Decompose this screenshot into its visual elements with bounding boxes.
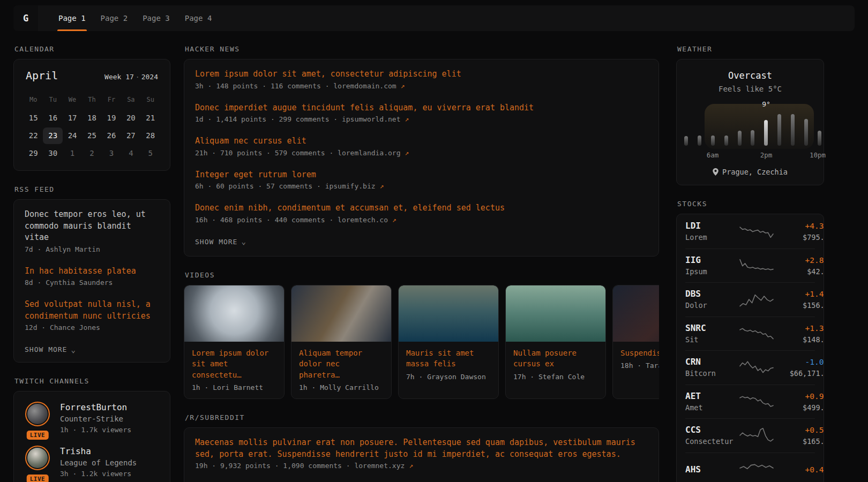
calendar-day[interactable]: 25 xyxy=(82,127,101,144)
hn-item: Donec imperdiet augue tincidunt felis al… xyxy=(195,102,648,124)
weather-card: Overcast Feels like 5°C 9° xyxy=(676,59,824,185)
subreddit-widget: /R/SUBREDDIT Maecenas mollis pulvinar er… xyxy=(184,413,659,482)
weather-location[interactable]: Prague, Czechia xyxy=(684,168,816,176)
hn-show-more-button[interactable]: SHOW MORE ⌄ xyxy=(195,238,246,246)
calendar-day[interactable]: 30 xyxy=(43,145,62,162)
channel-avatar[interactable] xyxy=(25,402,50,426)
channel-name[interactable]: ForrestBurton xyxy=(60,402,131,413)
chevron-down-icon: ⌄ xyxy=(241,239,246,244)
video-thumbnail[interactable] xyxy=(184,285,284,342)
hn-item: Donec enim nibh, condimentum et accumsan… xyxy=(195,202,648,224)
video-thumbnail[interactable] xyxy=(399,285,498,342)
stock-price: $499.72 xyxy=(774,402,824,413)
video-title[interactable]: Lorem ipsum dolor sit amet consectetu… xyxy=(192,348,276,381)
page-tab-label: Page 1 xyxy=(58,14,86,22)
video-title[interactable]: Nullam posuere cursus ex xyxy=(513,348,598,370)
videos-section-title: VIDEOS xyxy=(185,271,659,279)
stock-symbol[interactable]: SNRC xyxy=(685,322,739,334)
video-meta: 1h · Lori Barnett xyxy=(192,383,276,391)
calendar-day[interactable]: 18 xyxy=(82,110,101,126)
channel-viewers: 1h · 1.7k viewers xyxy=(60,425,131,435)
calendar-weekday: Th xyxy=(82,93,101,109)
stock-symbol[interactable]: LDI xyxy=(685,220,739,232)
stock-sparkline xyxy=(739,256,774,275)
rss-item-title[interactable]: In hac habitasse platea xyxy=(25,266,159,277)
reddit-item: Maecenas mollis pulvinar erat non posuer… xyxy=(195,437,648,470)
calendar-day[interactable]: 2 xyxy=(82,145,101,162)
channel-name[interactable]: Trisha xyxy=(60,446,137,457)
hn-item-title[interactable]: Aliquam nec cursus elit xyxy=(195,135,648,147)
video-title[interactable]: Aliquam tempor dolor nec pharetra… xyxy=(299,348,384,381)
video-title[interactable]: Mauris sit amet massa felis xyxy=(406,348,491,370)
hn-item-meta: 1d · 1,414 points · 299 comments · ipsum… xyxy=(195,115,648,123)
video-thumbnail[interactable] xyxy=(613,285,659,342)
calendar-day[interactable]: 27 xyxy=(121,127,140,144)
calendar-day[interactable]: 16 xyxy=(43,110,62,126)
calendar-day[interactable]: 4 xyxy=(121,145,140,162)
twitch-channel-row: LIVE ForrestBurton Counter-Strike 1h · 1… xyxy=(24,402,160,435)
external-link-icon[interactable]: ↗ xyxy=(405,115,409,123)
stock-symbol[interactable]: CRN xyxy=(685,356,739,368)
hn-item-title[interactable]: Integer eget rutrum lorem xyxy=(195,169,648,181)
stock-symbol[interactable]: AHS xyxy=(685,464,739,476)
external-link-icon[interactable]: ↗ xyxy=(392,216,396,224)
stock-row: AET Amet +0.92% $499.72 xyxy=(685,385,815,419)
video-meta: 17h · Stefan Cole xyxy=(513,373,598,381)
stock-symbol[interactable]: AET xyxy=(685,390,739,402)
external-link-icon[interactable]: ↗ xyxy=(405,149,409,157)
stock-sparkline xyxy=(739,426,774,445)
external-link-icon[interactable]: ↗ xyxy=(409,462,413,470)
stock-name: Dolor xyxy=(685,300,739,311)
stock-price: $42.04 xyxy=(774,266,824,277)
calendar-day[interactable]: 5 xyxy=(141,145,160,162)
page-tab[interactable]: Page 3 xyxy=(135,5,177,31)
hn-item-title[interactable]: Lorem ipsum dolor sit amet, consectetur … xyxy=(195,69,648,80)
video-thumbnail[interactable] xyxy=(291,285,391,342)
calendar-day[interactable]: 28 xyxy=(141,127,160,144)
calendar-day[interactable]: 21 xyxy=(141,110,160,126)
stock-symbol[interactable]: IIG xyxy=(685,254,739,266)
calendar-day[interactable]: 20 xyxy=(121,110,140,126)
stock-change-percent: +2.84% xyxy=(774,254,824,266)
app-logo[interactable]: G xyxy=(13,5,38,31)
stock-price: $148.64 xyxy=(774,334,824,345)
rss-item-title[interactable]: Sed volutpat nulla nisl, a condimentum n… xyxy=(25,299,159,322)
calendar-day[interactable]: 26 xyxy=(102,127,121,144)
right-column: WEATHER Overcast Feels like 5°C 9° xyxy=(676,45,824,482)
external-link-icon[interactable]: ↗ xyxy=(379,182,384,190)
top-navigation-bar: G Page 1 Page 2 Page 3 Page 4 xyxy=(13,5,855,31)
stock-row: SNRC Sit +1.36% $148.64 xyxy=(685,317,815,351)
subreddit-card: Maecenas mollis pulvinar erat non posuer… xyxy=(184,427,659,482)
location-pin-icon xyxy=(713,168,719,176)
stock-change-percent: +1.42% xyxy=(774,288,824,300)
calendar-day[interactable]: 19 xyxy=(102,110,121,126)
calendar-weekday: Sa xyxy=(121,93,140,109)
stock-sparkline xyxy=(739,222,774,241)
page-tab[interactable]: Page 4 xyxy=(177,5,220,31)
reddit-item-title[interactable]: Maecenas mollis pulvinar erat non posuer… xyxy=(195,437,648,460)
stock-symbol[interactable]: DBS xyxy=(685,288,739,300)
stock-symbol[interactable]: CCS xyxy=(685,424,739,436)
calendar-day[interactable]: 22 xyxy=(24,127,43,144)
hn-item-title[interactable]: Donec imperdiet augue tincidunt felis al… xyxy=(195,102,648,114)
video-title[interactable]: Suspendisse diam xyxy=(620,348,659,359)
calendar-day[interactable]: 3 xyxy=(102,145,121,162)
stock-price: $66,171.48 xyxy=(774,368,824,379)
rss-item-title[interactable]: Donec tempor eros leo, ut commodo mauris… xyxy=(25,209,159,244)
video-thumbnail[interactable] xyxy=(506,285,605,342)
external-link-icon[interactable]: ↗ xyxy=(401,82,405,90)
page-tab[interactable]: Page 1 xyxy=(51,5,93,31)
rss-card: Donec tempor eros leo, ut commodo mauris… xyxy=(13,199,170,363)
hn-item: Lorem ipsum dolor sit amet, consectetur … xyxy=(195,69,648,90)
hn-item-title[interactable]: Donec enim nibh, condimentum et accumsan… xyxy=(195,202,648,214)
calendar-day[interactable]: 15 xyxy=(24,110,43,126)
page-tab[interactable]: Page 2 xyxy=(93,5,136,31)
calendar-day[interactable]: 17 xyxy=(63,110,82,126)
calendar-day[interactable]: 29 xyxy=(24,145,43,162)
calendar-day[interactable]: 24 xyxy=(63,127,82,144)
calendar-day[interactable]: 23 xyxy=(43,127,62,144)
rss-show-more-button[interactable]: SHOW MORE ⌄ xyxy=(25,345,76,353)
calendar-day[interactable]: 1 xyxy=(63,145,82,162)
page-tab-label: Page 4 xyxy=(185,14,212,22)
channel-avatar[interactable] xyxy=(25,446,50,470)
